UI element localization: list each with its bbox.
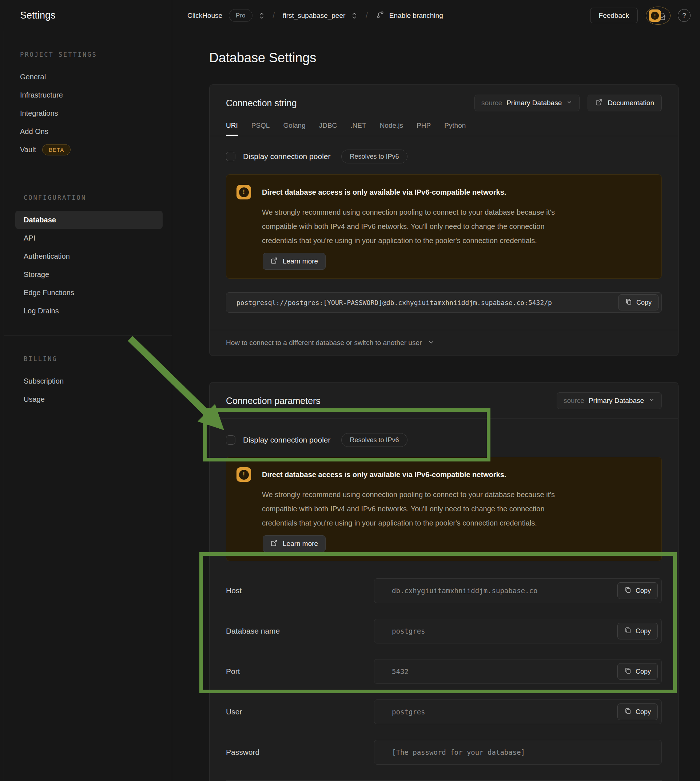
password-placeholder: [The password for your database]: [374, 748, 525, 756]
sidebar-item-storage[interactable]: Storage: [15, 265, 163, 284]
password-field[interactable]: [The password for your database]: [374, 740, 662, 764]
sidebar-item-api[interactable]: API: [15, 229, 163, 247]
breadcrumb-org[interactable]: ClickHouse: [187, 12, 222, 20]
param-row-user: User postgres Copy: [226, 699, 662, 724]
header-actions: Feedback ! ?: [590, 7, 690, 25]
external-link-icon: [270, 257, 278, 266]
param-row-host: Host db.cxhygiuitamxhniiddjm.supabase.co…: [226, 578, 662, 603]
documentation-button[interactable]: Documentation: [588, 95, 662, 111]
chevron-down-icon: [648, 397, 655, 405]
sidebar-item-log-drains[interactable]: Log Drains: [15, 302, 163, 320]
ipv6-warning-callout: ! Direct database access is only availab…: [226, 174, 662, 279]
section-title: PROJECT SETTINGS: [20, 50, 172, 59]
sidebar-item-infrastructure[interactable]: Infrastructure: [12, 86, 163, 104]
field-label: Password: [226, 748, 374, 757]
display-pooler-checkbox[interactable]: [226, 152, 235, 161]
display-pooler-label: Display connection pooler: [243, 436, 330, 444]
source-select[interactable]: source Primary Database: [475, 95, 580, 111]
breadcrumb-project[interactable]: first_supabase_peer: [283, 12, 345, 20]
external-link-icon: [270, 539, 278, 549]
connection-string-field[interactable]: postgresql://postgres:[YOUR-PASSWORD]@db…: [226, 292, 662, 313]
tab-nodejs[interactable]: Node.js: [380, 122, 403, 136]
user-field[interactable]: postgres Copy: [374, 699, 662, 724]
sidebar-item-database[interactable]: Database: [15, 211, 163, 229]
host-field[interactable]: db.cxhygiuitamxhniiddjm.supabase.co Copy: [374, 578, 662, 603]
sidebar-item-add-ons[interactable]: Add Ons: [12, 122, 163, 140]
page-section-title: Settings: [20, 10, 56, 21]
sidebar-section-project-settings: PROJECT SETTINGS General Infrastructure …: [0, 31, 172, 174]
section-title: CONFIGURATION: [23, 193, 172, 202]
connection-string-value: postgresql://postgres:[YOUR-PASSWORD]@db…: [226, 299, 552, 306]
enable-branching-button[interactable]: Enable branching: [376, 10, 443, 21]
copy-user-button[interactable]: Copy: [617, 704, 658, 720]
warning-body: We strongly recommend using connection p…: [262, 488, 643, 530]
user-value: postgres: [374, 708, 425, 716]
copy-icon: [625, 298, 632, 307]
param-row-port: Port 5432 Copy: [226, 659, 662, 684]
sidebar-left-border: [3, 31, 4, 781]
breadcrumb-separator: /: [271, 11, 277, 20]
card-title: Connection string: [226, 94, 297, 112]
tab-psql[interactable]: PSQL: [252, 122, 270, 136]
sidebar-item-vault[interactable]: Vault BETA: [12, 140, 163, 159]
settings-sidebar: PROJECT SETTINGS General Infrastructure …: [0, 31, 172, 781]
tab-uri[interactable]: URI: [226, 122, 238, 136]
alert-icon: !: [237, 467, 251, 482]
database-name-field[interactable]: postgres Copy: [374, 619, 662, 643]
copy-port-button[interactable]: Copy: [617, 663, 658, 680]
tab-golang[interactable]: Golang: [283, 122, 305, 136]
database-name-value: postgres: [374, 627, 425, 635]
sidebar-item-edge-functions[interactable]: Edge Functions: [15, 284, 163, 302]
tab-php[interactable]: PHP: [417, 122, 431, 136]
resolves-ipv6-badge: Resolves to IPv6: [341, 150, 407, 164]
sidebar-section-billing: BILLING Subscription Usage: [3, 335, 172, 424]
question-mark-icon: ?: [682, 12, 686, 20]
copy-icon: [624, 627, 632, 636]
copy-icon: [624, 708, 632, 717]
beta-badge: BETA: [42, 144, 71, 155]
learn-more-button[interactable]: Learn more: [263, 253, 326, 270]
breadcrumb: ClickHouse Pro / first_supabase_peer / E…: [187, 9, 443, 22]
copy-connection-string-button[interactable]: Copy: [618, 294, 658, 310]
param-row-password: Password [The password for your database…: [226, 740, 662, 764]
learn-more-button[interactable]: Learn more: [263, 535, 326, 552]
notifications-button[interactable]: !: [646, 7, 670, 25]
chevron-down-icon: [566, 99, 573, 107]
sidebar-item-general[interactable]: General: [12, 68, 163, 86]
field-label: Port: [226, 667, 374, 676]
sidebar-item-authentication[interactable]: Authentication: [15, 247, 163, 265]
top-header: Settings ClickHouse Pro / first_supabase…: [0, 0, 700, 31]
tab-python[interactable]: Python: [444, 122, 466, 136]
sidebar-item-usage[interactable]: Usage: [15, 390, 163, 408]
warning-title: Direct database access is only available…: [262, 188, 506, 197]
sidebar-item-integrations[interactable]: Integrations: [12, 104, 163, 122]
help-button[interactable]: ?: [678, 9, 690, 22]
sidebar-item-subscription[interactable]: Subscription: [15, 372, 163, 390]
display-pooler-label: Display connection pooler: [243, 152, 330, 161]
notification-alert-icon: !: [649, 10, 661, 22]
feedback-button[interactable]: Feedback: [590, 8, 638, 23]
breadcrumb-separator: /: [363, 11, 370, 20]
tab-dotnet[interactable]: .NET: [350, 122, 366, 136]
project-switcher-chevron-icon[interactable]: [351, 12, 358, 20]
main-content: Database Settings Connection string sour…: [172, 31, 700, 781]
port-value: 5432: [374, 668, 408, 676]
copy-database-name-button[interactable]: Copy: [617, 623, 658, 639]
external-link-icon: [595, 98, 602, 108]
field-label: Host: [226, 586, 374, 595]
copy-icon: [624, 667, 632, 676]
ipv6-warning-callout: ! Direct database access is only availab…: [226, 457, 662, 561]
copy-host-button[interactable]: Copy: [617, 582, 658, 599]
language-tabs: URI PSQL Golang JDBC .NET Node.js PHP Py…: [210, 116, 678, 136]
warning-title: Direct database access is only available…: [262, 471, 506, 479]
org-switcher-chevron-icon[interactable]: [258, 12, 265, 20]
display-pooler-checkbox[interactable]: [226, 435, 235, 445]
divider: [226, 780, 662, 781]
switch-database-expander[interactable]: How to connect to a different database o…: [226, 339, 435, 347]
enable-branching-label: Enable branching: [389, 12, 443, 20]
field-label: Database name: [226, 627, 374, 636]
tab-jdbc[interactable]: JDBC: [319, 122, 337, 136]
port-field[interactable]: 5432 Copy: [374, 659, 662, 684]
source-select[interactable]: source Primary Database: [557, 392, 662, 409]
header-settings-zone: Settings: [0, 0, 172, 31]
